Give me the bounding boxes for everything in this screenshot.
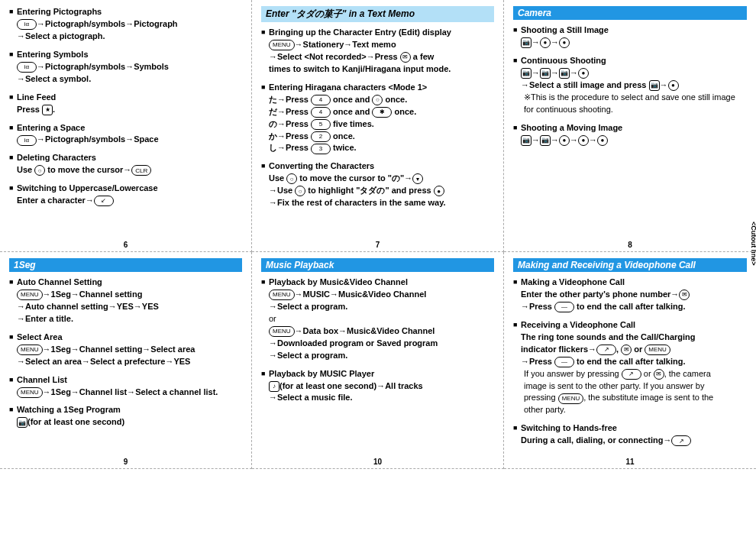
step: iα→Pictograph/symbols→Pictograph: [9, 18, 242, 31]
mode-icon: iα: [17, 135, 37, 146]
menu-key-icon: MENU: [269, 326, 295, 337]
step: →Select a symbol.: [9, 73, 242, 86]
menu-key-icon: MENU: [17, 345, 43, 355]
heading: Making a Videophone Call: [513, 277, 747, 289]
section-banner: Enter "タダの菓子" in a Text Memo: [261, 6, 494, 22]
end-key-icon: ―: [554, 357, 574, 367]
step: →Press ― to end the call after talking.: [513, 301, 747, 313]
heading: Select Area: [9, 332, 242, 344]
heading: Watching a 1Seg Program: [9, 404, 242, 416]
page-number: 9: [0, 458, 251, 466]
note: If you answer by pressing ↗ or ✉, the ca…: [513, 368, 747, 380]
manual-grid: Entering Pictographs iα→Pictograph/symbo…: [0, 0, 756, 469]
menu-key-icon: MENU: [558, 393, 584, 404]
nav-icon: ○: [286, 173, 297, 184]
heading: Bringing up the Character Entry (Edit) d…: [261, 27, 494, 39]
menu-key-icon: MENU: [17, 387, 43, 398]
note: pressing MENU, the substitute image is s…: [513, 392, 747, 404]
menu-key-icon: MENU: [269, 40, 295, 50]
center-key-icon: ●: [578, 135, 589, 146]
nav-icon: ○: [34, 165, 45, 176]
step: MENU→Stationery→Text memo: [261, 39, 494, 51]
heading: Shooting a Moving Image: [513, 122, 747, 134]
step: indicator flickers→↗, ✉ or MENU: [513, 344, 747, 356]
camera-key-icon: 📷: [540, 135, 551, 146]
heading: Switching to Hands-free: [513, 422, 747, 435]
camera-key-icon: 📷: [17, 417, 27, 428]
or-label: or: [261, 313, 494, 325]
nav-icon: ○: [372, 95, 383, 105]
step: Use ○ to move the cursor to "の"→▾: [261, 173, 494, 185]
star-key-icon: ★: [42, 105, 53, 115]
mail-key-icon: ✉: [654, 369, 664, 380]
asterisk-key-icon: ✱: [372, 107, 392, 118]
heading: Converting the Characters: [261, 160, 494, 173]
mail-key-icon: ✉: [679, 290, 690, 300]
menu-key-icon: MENU: [269, 290, 295, 300]
step: →Select <Not recorded>→Press ✉ a few: [261, 51, 494, 63]
step: →Auto channel setting→YES→YES: [9, 301, 242, 313]
step: MENU→1Seg→Channel setting: [9, 289, 242, 301]
key-2-icon: 2: [311, 131, 331, 142]
heading: Deleting Characters: [9, 152, 242, 164]
page-11: <Cutout line> Making and Receiving a Vid…: [504, 252, 756, 469]
step: Enter a character→↙: [9, 195, 242, 207]
step: →Press ― to end the call after talking.: [513, 356, 747, 368]
heading: Shooting a Still Image: [513, 24, 747, 37]
step: 📷→📷→●→●→●: [513, 134, 747, 147]
step: Enter the other party's phone number→✉: [513, 289, 747, 301]
heading: Channel List: [9, 374, 242, 387]
step: MENU→Data box→Music&Video Channel: [261, 325, 494, 338]
heading: Receiving a Videophone Call: [513, 319, 747, 332]
mail-key-icon: ✉: [400, 52, 411, 63]
page-7: Enter "タダの菓子" in a Text Memo Bringing up…: [252, 0, 504, 252]
step: During a call, dialing, or connecting→↗: [513, 435, 747, 447]
page-10: Music Playback Playback by Music&Video C…: [252, 252, 504, 469]
center-key-icon: ●: [668, 80, 679, 91]
step: →Enter a title.: [9, 313, 242, 325]
step: た→Press 4 once and ○ once.: [261, 94, 494, 106]
camera-key-icon: 📷: [521, 37, 531, 48]
camera-key-icon: 📷: [521, 68, 531, 79]
section-banner: Music Playback: [261, 258, 494, 272]
clr-key-icon: CLR: [131, 165, 151, 176]
page-8: Camera Shooting a Still Image 📷→●→● Cont…: [504, 0, 756, 252]
camera-key-icon: 📷: [540, 68, 551, 79]
center-key-icon: ●: [559, 37, 570, 48]
heading: Entering Symbols: [9, 49, 242, 61]
section-banner: 1Seg: [9, 258, 242, 272]
menu-key-icon: MENU: [645, 345, 670, 355]
note: ※This is the procedure to select and sav…: [513, 92, 747, 116]
center-key-icon: ●: [597, 135, 608, 146]
key-3-icon: 3: [311, 144, 331, 154]
step: MENU→MUSIC→Music&Video Channel: [261, 289, 494, 301]
page-number: 10: [252, 458, 503, 466]
camera-key-icon: 📷: [521, 135, 531, 146]
camera-key-icon: 📷: [649, 80, 660, 91]
center-key-icon: ●: [540, 37, 551, 48]
heading: Auto Channel Setting: [9, 277, 242, 289]
page-9: 1Seg Auto Channel Setting MENU→1Seg→Chan…: [0, 252, 252, 469]
end-key-icon: ―: [554, 302, 574, 312]
section-banner: Making and Receiving a Videophone Call: [513, 258, 747, 272]
heading: Entering Hiragana characters <Mode 1>: [261, 82, 494, 94]
center-key-icon: ●: [559, 135, 570, 146]
heading: Entering a Space: [9, 122, 242, 134]
down-key-icon: ▾: [412, 173, 423, 184]
heading: Entering Pictographs: [9, 6, 242, 18]
step: の→Press 5 five times.: [261, 118, 494, 131]
camera-key-icon: 📷: [559, 68, 570, 79]
step: →Select a music file.: [261, 392, 494, 404]
step: →Select an area→Select a prefecture→YES: [9, 356, 242, 368]
call-key-icon: ↗: [622, 369, 641, 380]
mail-key-icon: ✉: [621, 345, 632, 355]
step: iα→Pictograph/symbols→Space: [9, 134, 242, 146]
menu-key-icon: MENU: [17, 290, 43, 300]
step: Press ★.: [9, 104, 242, 116]
cutout-label: <Cutout line>: [750, 222, 756, 266]
note: other party.: [513, 404, 747, 416]
heading: Switching to Uppercase/Lowercase: [9, 183, 242, 195]
step: 📷→●→●: [513, 37, 747, 49]
step: times to switch to Kanji/Hiragana input …: [261, 63, 494, 76]
heading: Line Feed: [9, 92, 242, 104]
